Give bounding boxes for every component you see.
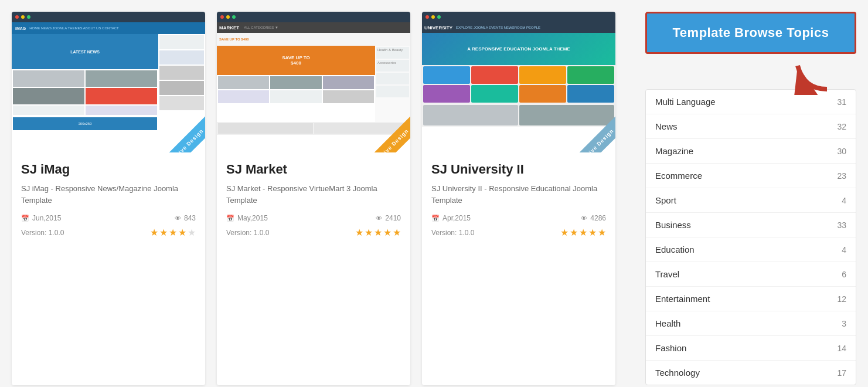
card-footer-2: Version: 1.0.0 ★ ★ ★ ★ ★ [226, 227, 401, 238]
topic-count: 12 [837, 294, 846, 304]
topic-item-business[interactable]: Business33 [646, 213, 856, 237]
card-title-1[interactable]: SJ iMag [21, 162, 196, 177]
topic-count: 17 [837, 368, 846, 378]
meta-views-1: 👁 843 [175, 214, 196, 222]
version-2: Version: 1.0.0 [226, 229, 269, 237]
card-title-2[interactable]: SJ Market [226, 162, 401, 177]
topic-name: Entertainment [655, 294, 710, 304]
eye-icon-2: 👁 [376, 215, 382, 222]
topic-name: Technology [655, 368, 700, 378]
card-description-1: SJ iMag - Responsive News/Magazine Jooml… [21, 183, 196, 206]
meta-views-2: 👁 2410 [376, 214, 401, 222]
sidebar: Template Browse Topics Multi Language31N… [645, 12, 856, 385]
topic-item-ecommerce[interactable]: Ecommerce23 [646, 164, 856, 188]
topic-count: 31 [837, 97, 846, 107]
topic-name: Ecommerce [655, 171, 702, 181]
topic-count: 14 [837, 344, 846, 353]
card-body-1: SJ iMag SJ iMag - Responsive News/Magazi… [12, 152, 205, 247]
meta-date-1: 📅 Jun,2015 [21, 214, 61, 222]
card-description-2: SJ Market - Responsive VirtueMart 3 Joom… [226, 183, 401, 206]
template-card-sj-imag: iMAG HOME NEWS JOOMLA THEMES ABOUT US CO… [12, 12, 205, 385]
template-card-sj-market: MARKET ALL CATEGORIES ▼ SAVE UP TO $400 … [217, 12, 410, 385]
stars-1: ★ ★ ★ ★ ★ [150, 227, 196, 238]
template-card-sj-university: UNIVERSITY EXPLORE JOOMLA EVENTS NEWSROO… [422, 12, 615, 385]
card-title-3[interactable]: SJ University II [431, 162, 606, 177]
eye-icon-1: 👁 [175, 215, 181, 222]
meta-views-3: 👁 4286 [581, 214, 606, 222]
eye-icon-3: 👁 [581, 215, 587, 222]
topic-count: 33 [837, 220, 846, 230]
topic-name: Magazine [655, 146, 693, 156]
topic-item-education[interactable]: Education4 [646, 237, 856, 262]
card-footer-1: Version: 1.0.0 ★ ★ ★ ★ ★ [21, 227, 196, 238]
topic-name: Health [655, 318, 680, 328]
topic-count: 3 [842, 319, 846, 328]
topic-item-news[interactable]: News32 [646, 114, 856, 139]
topic-count: 6 [842, 270, 846, 279]
card-description-3: SJ University II - Responsive Educationa… [431, 183, 606, 206]
topic-item-sport[interactable]: Sport4 [646, 188, 856, 213]
responsive-badge-2: Responsive Design [334, 76, 410, 152]
version-1: Version: 1.0.0 [21, 229, 64, 237]
views-value-3: 4286 [590, 214, 606, 222]
topic-count: 23 [837, 171, 846, 181]
topic-item-fashion[interactable]: Fashion14 [646, 336, 856, 361]
topics-list: Multi Language31News32Magazine30Ecommerc… [645, 89, 856, 385]
topic-name: Travel [655, 269, 679, 279]
topic-name: Education [655, 245, 695, 254]
stars-3: ★ ★ ★ ★ ★ [560, 227, 606, 238]
card-footer-3: Version: 1.0.0 ★ ★ ★ ★ ★ [431, 227, 606, 238]
date-value-3: Apr,2015 [442, 214, 471, 222]
topic-name: Fashion [655, 343, 686, 353]
browse-topics-button[interactable]: Template Browse Topics [645, 12, 856, 54]
calendar-icon-1: 📅 [21, 215, 29, 222]
topic-count: 4 [842, 245, 846, 254]
date-value-2: May,2015 [237, 214, 268, 222]
responsive-badge-3: Responsive Design [539, 76, 615, 152]
card-meta-2: 📅 May,2015 👁 2410 [226, 214, 401, 222]
arrow-icon [786, 54, 833, 95]
topic-name: Business [655, 220, 691, 230]
responsive-badge-1: Responsive Design [129, 76, 205, 152]
stars-2: ★ ★ ★ ★ ★ [355, 227, 401, 238]
template-thumb-3[interactable]: UNIVERSITY EXPLORE JOOMLA EVENTS NEWSROO… [422, 12, 615, 152]
meta-date-3: 📅 Apr,2015 [431, 214, 471, 222]
topic-item-technology[interactable]: Technology17 [646, 361, 856, 385]
topic-item-travel[interactable]: Travel6 [646, 262, 856, 287]
topic-count: 4 [842, 196, 846, 205]
views-value-1: 843 [184, 214, 196, 222]
topic-count: 30 [837, 147, 846, 156]
arrow-indicator [645, 54, 856, 95]
card-body-2: SJ Market SJ Market - Responsive VirtueM… [217, 152, 410, 247]
topic-name: Multi Language [655, 97, 716, 107]
card-meta-3: 📅 Apr,2015 👁 4286 [431, 214, 606, 222]
date-value-1: Jun,2015 [32, 214, 61, 222]
card-meta-1: 📅 Jun,2015 👁 843 [21, 214, 196, 222]
topic-count: 32 [837, 122, 846, 131]
topic-item-health[interactable]: Health3 [646, 311, 856, 336]
calendar-icon-2: 📅 [226, 215, 234, 222]
topic-item-magazine[interactable]: Magazine30 [646, 139, 856, 164]
calendar-icon-3: 📅 [431, 215, 440, 222]
templates-grid: iMAG HOME NEWS JOOMLA THEMES ABOUT US CO… [12, 12, 634, 385]
card-body-3: SJ University II SJ University II - Resp… [422, 152, 615, 247]
topic-name: Sport [655, 195, 676, 205]
topic-item-entertainment[interactable]: Entertainment12 [646, 287, 856, 311]
page-wrapper: iMAG HOME NEWS JOOMLA THEMES ABOUT US CO… [0, 0, 868, 387]
views-value-2: 2410 [385, 214, 401, 222]
template-thumb-2[interactable]: MARKET ALL CATEGORIES ▼ SAVE UP TO $400 … [217, 12, 410, 152]
topic-name: News [655, 121, 678, 131]
template-thumb-1[interactable]: iMAG HOME NEWS JOOMLA THEMES ABOUT US CO… [12, 12, 205, 152]
meta-date-2: 📅 May,2015 [226, 214, 268, 222]
version-3: Version: 1.0.0 [431, 229, 474, 237]
